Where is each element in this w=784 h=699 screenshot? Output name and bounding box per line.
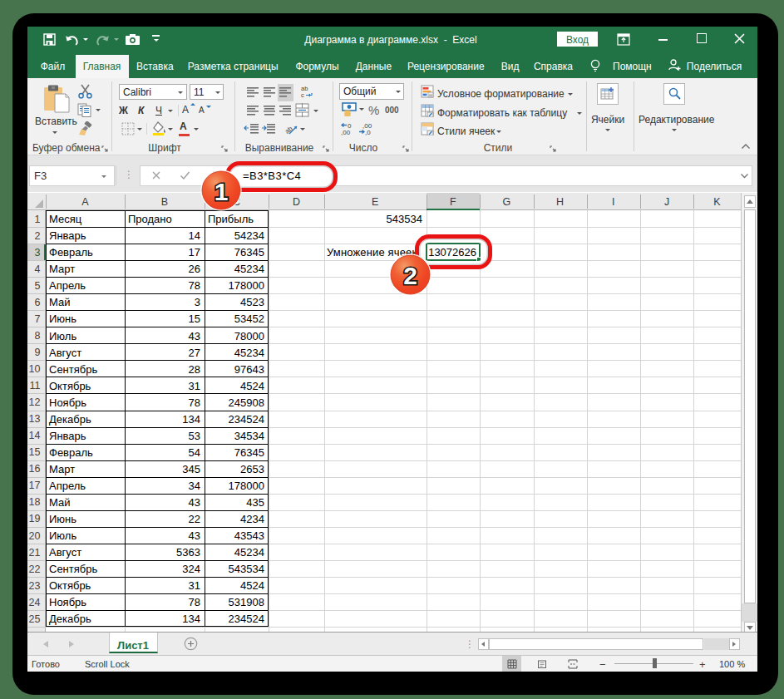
svg-text:2: 2 bbox=[403, 262, 417, 289]
svg-text:c: c bbox=[301, 91, 304, 99]
svg-text:1: 1 bbox=[214, 178, 229, 205]
svg-text:,0: ,0 bbox=[365, 129, 371, 135]
svg-text:,00: ,00 bbox=[341, 129, 351, 135]
